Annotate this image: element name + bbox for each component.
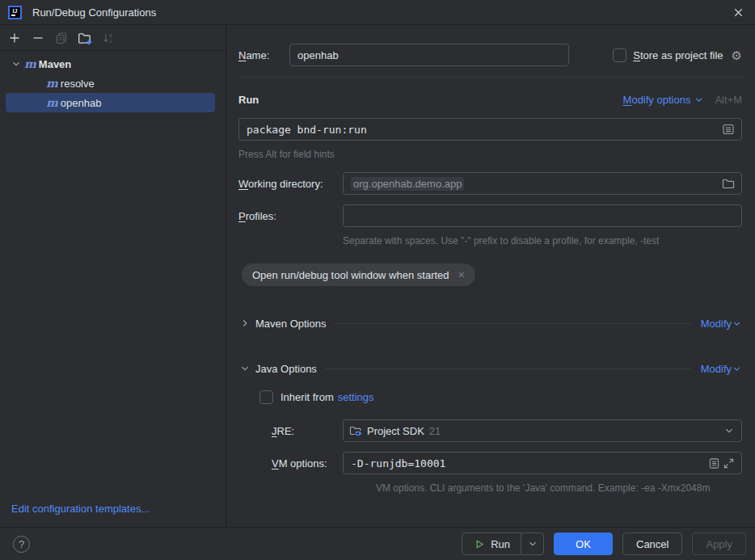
java-modify-link[interactable]: Modify: [701, 363, 732, 375]
edit-configuration-templates-link[interactable]: Edit configuration templates...: [0, 503, 226, 527]
chevron-right-icon[interactable]: [238, 317, 251, 330]
tag-label: Open run/debug tool window when started: [252, 269, 449, 281]
tree-item-maven[interactable]: m Maven: [6, 54, 215, 74]
intellij-logo-icon: IJ: [8, 6, 22, 19]
cancel-button[interactable]: Cancel: [622, 533, 682, 555]
maven-icon: m: [24, 58, 36, 69]
command-line-value: package bnd-run:run: [247, 124, 721, 136]
sidebar-toolbar: az: [0, 25, 226, 51]
jdk-icon: [349, 424, 362, 437]
separator: [238, 77, 742, 78]
run-options-dropdown[interactable]: [521, 533, 543, 554]
press-alt-hint: Press Alt for field hints: [238, 149, 742, 160]
dialog-title: Run/Debug Configurations: [32, 6, 156, 19]
configurations-tree: m Maven m resolve m openhab: [0, 51, 226, 503]
run-section-title: Run: [238, 94, 259, 106]
apply-button[interactable]: Apply: [692, 533, 746, 555]
profiles-label: Profiles:: [238, 210, 343, 222]
inherit-from-label: Inherit from: [280, 391, 334, 403]
configuration-editor: Name: Store as project file ⚙ Run Modify…: [226, 25, 755, 527]
run-debug-configurations-dialog: IJ Run/Debug Configurations: [0, 0, 755, 560]
configurations-sidebar: az m Maven m resolve m openhab: [0, 25, 226, 527]
name-input[interactable]: [289, 44, 569, 66]
command-line-field[interactable]: package bnd-run:run: [238, 118, 742, 141]
chevron-down-icon: [723, 425, 735, 436]
separator: [325, 368, 691, 369]
maven-icon: m: [46, 78, 58, 89]
add-icon[interactable]: [7, 31, 22, 45]
chevron-down-icon: [694, 95, 704, 105]
gear-icon[interactable]: ⚙: [732, 49, 742, 61]
inherit-from-settings-checkbox[interactable]: [259, 390, 273, 404]
vm-options-list-icon[interactable]: [706, 456, 721, 470]
profiles-hint: Separate with spaces. Use "-" prefix to …: [343, 235, 742, 246]
folder-icon[interactable]: [721, 176, 736, 191]
run-split-button: Run: [462, 533, 544, 555]
svg-text:a: a: [109, 32, 112, 38]
chevron-down-icon: [527, 538, 538, 549]
separator: [334, 323, 690, 324]
expand-icon[interactable]: [721, 456, 736, 470]
maven-options-section: Maven Options Modify: [238, 317, 742, 330]
store-as-project-file-label: Store as project file: [633, 49, 723, 61]
working-directory-value: org.openhab.demo.app: [351, 177, 464, 191]
working-directory-label: Working directory:: [238, 178, 343, 190]
title-bar: IJ Run/Debug Configurations: [0, 0, 755, 25]
ok-button[interactable]: OK: [554, 533, 613, 555]
name-label: Name:: [238, 49, 289, 61]
working-directory-field[interactable]: org.openhab.demo.app: [343, 172, 742, 195]
open-tool-window-tag: Open run/debug tool window when started: [242, 263, 475, 286]
play-icon: [473, 538, 485, 550]
command-options-icon[interactable]: [721, 122, 736, 137]
vm-options-label: VM options:: [272, 457, 343, 469]
maven-icon: m: [46, 97, 58, 108]
jre-value: Project SDK: [367, 425, 424, 437]
settings-link[interactable]: settings: [338, 391, 374, 403]
chevron-down-icon: [732, 318, 742, 329]
modify-options-shortcut: Alt+M: [715, 94, 742, 106]
maven-options-title[interactable]: Maven Options: [255, 318, 326, 330]
tree-item-openhab[interactable]: m openhab: [6, 93, 215, 112]
java-options-section: Java Options Modify: [238, 362, 742, 375]
chevron-down-icon[interactable]: [10, 57, 23, 70]
modify-options-link[interactable]: Modify options: [623, 94, 691, 106]
store-as-project-file-checkbox[interactable]: [613, 48, 626, 62]
close-icon[interactable]: [731, 5, 745, 19]
remove-tag-icon[interactable]: [457, 270, 466, 280]
vm-options-value: -D-runjdb=10001: [351, 457, 706, 469]
profiles-input[interactable]: [343, 204, 742, 227]
svg-text:z: z: [109, 38, 112, 44]
jre-label: JRE:: [272, 425, 343, 437]
vm-options-hint: VM options. CLI arguments to the 'Java' …: [376, 482, 742, 494]
new-folder-icon[interactable]: [78, 31, 92, 45]
maven-modify-link[interactable]: Modify: [701, 318, 732, 330]
dialog-footer: ? Run OK Cancel Apply: [0, 527, 755, 560]
copy-icon[interactable]: [54, 31, 69, 45]
chevron-down-icon: [732, 364, 742, 374]
jre-select[interactable]: Project SDK 21: [343, 419, 742, 442]
java-options-title[interactable]: Java Options: [255, 363, 317, 375]
remove-icon[interactable]: [31, 31, 45, 45]
run-button[interactable]: Run: [462, 533, 521, 554]
tree-item-resolve[interactable]: m resolve: [6, 74, 215, 93]
help-icon[interactable]: ?: [13, 536, 30, 553]
sort-alphabetically-icon[interactable]: az: [101, 31, 116, 45]
before-launch-tags: Open run/debug tool window when started: [238, 263, 742, 286]
chevron-down-icon[interactable]: [238, 362, 251, 375]
jre-version: 21: [429, 425, 441, 437]
vm-options-field[interactable]: -D-runjdb=10001: [343, 452, 742, 474]
